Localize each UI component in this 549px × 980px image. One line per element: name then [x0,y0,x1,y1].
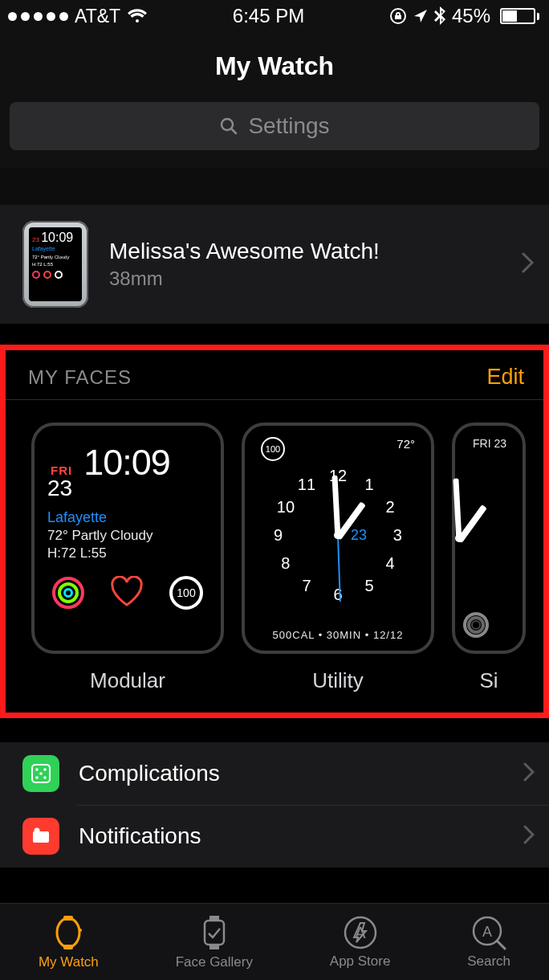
watch-icon [52,914,84,951]
svg-point-6 [35,776,39,779]
face-label: Si [479,668,498,693]
simple-date: FRI 23 [468,437,510,450]
watch-thumbnail-icon: 23 10:09 Lafayette 72° Partly Cloudy H:7… [22,221,88,308]
notifications-icon [22,818,59,855]
svg-point-5 [43,768,47,771]
status-bar: AT&T 6:45 PM 45% [0,0,549,32]
rotation-lock-icon [389,7,407,25]
location-icon [413,9,428,23]
search-placeholder: Settings [248,113,329,139]
face-simple[interactable]: FRI 23 Si [452,423,526,693]
face-label: Utility [312,668,364,693]
status-time: 6:45 PM [233,5,304,27]
carrier-label: AT&T [75,6,120,27]
app-store-icon: A [343,915,378,950]
svg-point-14 [79,929,82,932]
face-label: Modular [90,668,165,693]
svg-text:A: A [355,924,366,941]
svg-point-11 [57,918,79,947]
modular-date: 23 [47,477,72,500]
watch-name: Melissa's Awesome Watch! [109,239,501,264]
wifi-icon [127,8,148,24]
analog-clock-icon [391,470,527,606]
utility-temp: 72° [396,437,415,461]
tab-my-watch[interactable]: My Watch [39,914,99,970]
bluetooth-icon [434,6,445,26]
battery-percent: 45% [452,5,490,27]
tab-label: Face Gallery [176,954,253,970]
tab-app-store[interactable]: A App Store [330,915,391,970]
svg-point-7 [43,776,47,779]
svg-rect-12 [63,916,73,921]
svg-point-10 [35,828,40,834]
modular-weather: 72° Partly Cloudy [47,528,208,544]
face-gallery-icon [198,914,230,951]
utility-corner-badge: 100 [261,437,285,461]
face-modular[interactable]: FRI 23 10:09 Lafayette 72° Partly Cloudy… [31,423,224,693]
chevron-right-icon [523,762,535,785]
paired-watch-row[interactable]: 23 10:09 Lafayette 72° Partly Cloudy H:7… [0,205,549,324]
notifications-row[interactable]: Notifications [0,805,549,868]
battery-icon [497,8,539,24]
watch-size: 38mm [109,267,501,290]
chevron-right-icon [522,252,535,276]
heart-icon [110,576,144,610]
tab-label: Search [467,953,510,970]
modular-city: Lafayette [47,509,208,526]
svg-rect-13 [63,945,73,949]
tab-bar: My Watch Face Gallery A App Store A Sear… [0,903,549,980]
modular-time: 10:09 [83,442,170,484]
tab-face-gallery[interactable]: Face Gallery [176,914,253,970]
my-faces-header: MY FACES [28,366,132,389]
svg-rect-16 [209,916,219,920]
battery-badge: 100 [169,576,203,610]
utility-date: 23 [351,527,367,544]
page-title: My Watch [0,32,549,102]
svg-rect-15 [205,921,224,945]
tab-label: My Watch [39,954,99,970]
complications-row[interactable]: Complications [0,742,549,805]
app-store-search-icon: A [471,915,506,950]
tab-search[interactable]: A Search [467,915,510,970]
modular-hilo: H:72 L:55 [47,545,208,561]
svg-text:A: A [482,924,492,940]
svg-rect-17 [209,945,219,949]
settings-search-field[interactable]: Settings [10,102,539,150]
svg-point-4 [35,768,39,771]
row-label: Notifications [79,823,504,849]
edit-faces-button[interactable]: Edit [486,365,524,390]
settings-list: Complications Notifications [0,742,549,868]
tab-label: App Store [330,953,391,970]
svg-line-2 [231,129,236,133]
chevron-right-icon [523,825,535,847]
utility-activity: 500CAL • 30MIN • 12/12 [245,629,431,641]
search-icon [219,116,238,136]
activity-rings-icon [52,577,84,609]
complications-icon [22,755,59,792]
signal-strength-icon [8,12,68,21]
svg-rect-9 [33,831,49,843]
faces-carousel[interactable]: FRI 23 10:09 Lafayette 72° Partly Cloudy… [6,400,543,713]
svg-point-8 [39,772,43,775]
svg-line-22 [497,941,505,949]
row-label: Complications [79,761,504,786]
my-faces-section: MY FACES Edit FRI 23 10:09 Lafayette 72°… [0,345,549,718]
activity-rings-icon [463,612,489,638]
